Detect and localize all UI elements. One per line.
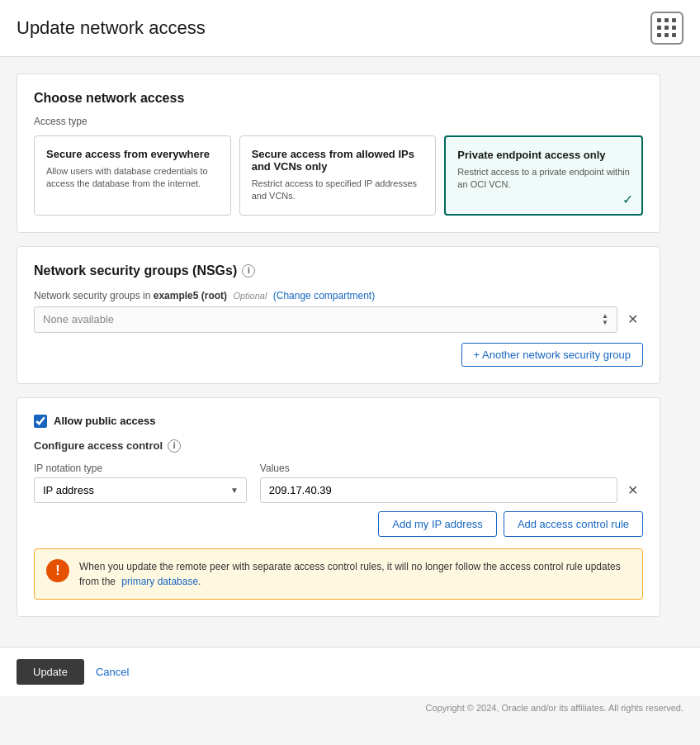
access-option-private-endpoint-title: Private endpoint access only xyxy=(457,149,630,161)
dot xyxy=(657,26,661,30)
nsg-compartment-name: example5 (root) xyxy=(154,290,227,301)
nsg-select-wrapper: None available ▲▼ ✕ xyxy=(34,306,643,333)
add-access-control-rule-button[interactable]: Add access control rule xyxy=(504,511,643,537)
dot xyxy=(657,18,661,22)
dot xyxy=(657,33,661,37)
configure-access-label: Configure access control i xyxy=(34,439,643,453)
footer-bar: Update Cancel xyxy=(0,647,700,696)
access-option-everywhere-title: Secure access from everywhere xyxy=(46,148,219,160)
ip-input-row: ✕ xyxy=(260,477,643,503)
warning-period: . xyxy=(198,576,201,587)
configure-label-text: Configure access control xyxy=(34,439,163,452)
access-option-allowed-ips[interactable]: Secure access from allowed IPs and VCNs … xyxy=(239,135,437,216)
nsg-info-icon[interactable]: i xyxy=(242,264,255,278)
allow-public-access-checkbox[interactable] xyxy=(34,415,47,428)
ip-notation-label: IP notation type xyxy=(34,463,247,474)
nsg-title-text: Network security groups (NSGs) xyxy=(34,263,237,278)
dot xyxy=(672,26,676,30)
choose-network-access-card: Choose network access Access type Secure… xyxy=(17,74,660,233)
dot xyxy=(665,18,669,22)
access-option-everywhere[interactable]: Secure access from everywhere Allow user… xyxy=(34,135,231,216)
main-content: Choose network access Access type Secure… xyxy=(0,57,677,647)
nsg-section-title: Network security groups (NSGs) i xyxy=(34,263,643,278)
dot xyxy=(665,33,669,37)
ip-notation-select[interactable]: IP address CIDR block VCN xyxy=(34,477,247,503)
change-compartment-link[interactable]: (Change compartment) xyxy=(273,290,375,301)
nsg-optional-tag: Optional xyxy=(233,291,267,301)
nsg-field-label: Network security groups in example5 (roo… xyxy=(34,290,643,301)
ip-clear-button[interactable]: ✕ xyxy=(622,481,643,500)
dot xyxy=(672,33,676,37)
page-header: Update network access xyxy=(0,0,700,57)
nsg-label-text: Network security groups in xyxy=(34,290,150,301)
warning-text: When you update the remote peer with sep… xyxy=(79,559,631,589)
warning-box: ! When you update the remote peer with s… xyxy=(34,548,643,600)
copyright-text: Copyright © 2024, Oracle and/or its affi… xyxy=(0,696,700,719)
update-button[interactable]: Update xyxy=(17,659,84,685)
dot xyxy=(672,18,676,22)
nsg-select-arrows: ▲▼ xyxy=(602,313,608,326)
allow-public-access-row: Allow public access xyxy=(34,415,643,428)
nsg-card: Network security groups (NSGs) i Network… xyxy=(17,246,660,384)
primary-database-link[interactable]: primary database xyxy=(121,576,198,587)
access-option-allowed-ips-title: Secure access from allowed IPs and VCNs … xyxy=(252,148,424,173)
access-type-label: Access type xyxy=(34,116,643,127)
nsg-clear-button[interactable]: ✕ xyxy=(622,310,643,329)
ip-notation-select-wrapper: IP address CIDR block VCN ▼ xyxy=(34,477,247,503)
add-nsg-button[interactable]: + Another network security group xyxy=(461,343,643,367)
values-label: Values xyxy=(260,463,643,474)
access-option-private-endpoint-desc: Restrict access to a private endpoint wi… xyxy=(457,166,630,192)
allow-public-access-label: Allow public access xyxy=(54,415,156,427)
access-option-private-endpoint[interactable]: Private endpoint access only Restrict ac… xyxy=(444,135,643,216)
nsg-placeholder: None available xyxy=(43,313,114,325)
grid-menu-icon[interactable] xyxy=(650,12,683,45)
ip-values-input[interactable] xyxy=(260,477,617,503)
selected-checkmark: ✓ xyxy=(622,192,633,207)
warning-icon: ! xyxy=(46,559,69,582)
grid-dots xyxy=(657,18,678,39)
configure-info-icon[interactable]: i xyxy=(168,439,181,453)
ip-values-field: Values ✕ xyxy=(260,463,643,503)
choose-network-access-title: Choose network access xyxy=(34,91,643,106)
nsg-select-box[interactable]: None available ▲▼ xyxy=(34,306,617,333)
ip-row: IP notation type IP address CIDR block V… xyxy=(34,463,643,503)
action-buttons: Add my IP address Add access control rul… xyxy=(34,511,643,537)
access-options: Secure access from everywhere Allow user… xyxy=(34,135,643,216)
page-title: Update network access xyxy=(17,17,206,39)
add-my-ip-button[interactable]: Add my IP address xyxy=(378,511,497,537)
dot xyxy=(665,26,669,30)
access-option-allowed-ips-desc: Restrict access to specified IP addresse… xyxy=(252,178,424,203)
ip-notation-field: IP notation type IP address CIDR block V… xyxy=(34,463,247,503)
access-option-everywhere-desc: Allow users with database credentials to… xyxy=(46,165,219,191)
add-nsg-wrapper: + Another network security group xyxy=(34,343,643,367)
access-control-card: Allow public access Configure access con… xyxy=(17,397,660,617)
cancel-button[interactable]: Cancel xyxy=(96,666,129,678)
